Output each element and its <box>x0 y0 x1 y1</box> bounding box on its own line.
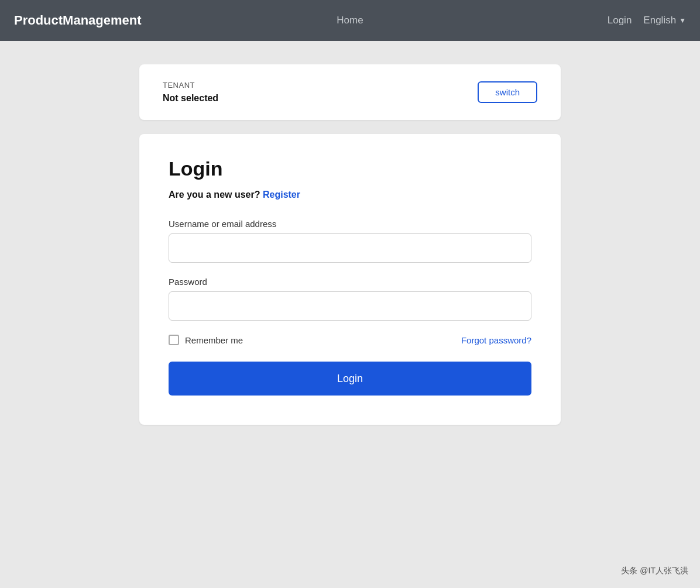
language-label: English <box>643 15 676 26</box>
password-group: Password <box>169 277 531 321</box>
navbar-right: Login English ▼ <box>462 15 686 26</box>
register-prompt-text: Are you a new user? <box>169 190 260 200</box>
switch-button[interactable]: switch <box>478 81 537 103</box>
nav-home-link[interactable]: Home <box>337 15 363 26</box>
nav-language-selector[interactable]: English ▼ <box>643 15 686 26</box>
chevron-down-icon: ▼ <box>679 16 686 25</box>
login-button[interactable]: Login <box>169 362 531 396</box>
navbar: ProductManagement Home Login English ▼ <box>0 0 700 41</box>
main-content: TENANT Not selected switch Login Are you… <box>0 41 700 448</box>
username-label: Username or email address <box>169 219 531 229</box>
watermark: 头条 @IT人张飞洪 <box>621 566 688 576</box>
tenant-info: TENANT Not selected <box>163 81 218 104</box>
forgot-password-link[interactable]: Forgot password? <box>461 335 531 345</box>
brand-logo: ProductManagement <box>14 13 238 28</box>
login-card: Login Are you a new user? Register Usern… <box>139 134 561 425</box>
username-group: Username or email address <box>169 219 531 263</box>
tenant-value: Not selected <box>163 93 218 104</box>
tenant-label: TENANT <box>163 81 218 90</box>
register-prompt: Are you a new user? Register <box>169 190 531 200</box>
remember-me-label: Remember me <box>185 335 243 345</box>
navbar-center: Home <box>238 15 462 26</box>
nav-login-link[interactable]: Login <box>608 15 632 26</box>
form-options: Remember me Forgot password? <box>169 335 531 345</box>
login-title: Login <box>169 157 531 180</box>
remember-me-wrapper[interactable]: Remember me <box>169 335 243 345</box>
register-link[interactable]: Register <box>263 190 300 200</box>
remember-me-checkbox[interactable] <box>169 335 179 345</box>
password-label: Password <box>169 277 531 287</box>
tenant-card: TENANT Not selected switch <box>139 64 561 120</box>
password-input[interactable] <box>169 291 531 321</box>
username-input[interactable] <box>169 233 531 263</box>
